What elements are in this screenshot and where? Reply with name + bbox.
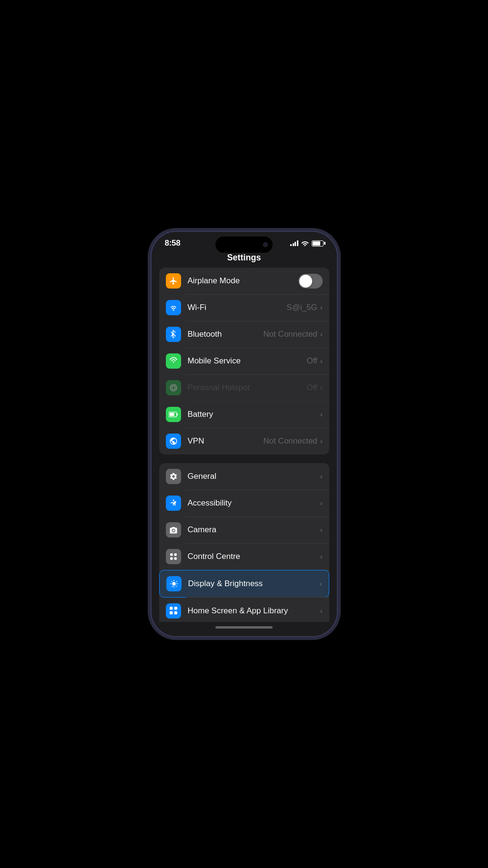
svg-point-3: [173, 500, 174, 501]
volume-down-button: [151, 356, 152, 384]
status-bar: 8:58: [152, 232, 337, 251]
mobile-service-row[interactable]: Mobile Service Off ›: [159, 348, 329, 374]
bluetooth-value: Not Connected: [263, 330, 317, 339]
display-brightness-label: Display & Brightness: [188, 579, 320, 589]
page-title: Settings: [152, 251, 337, 268]
mobile-service-label: Mobile Service: [188, 356, 307, 366]
svg-rect-9: [174, 607, 177, 610]
camera-label: Camera: [188, 525, 320, 535]
home-screen-chevron: ›: [320, 607, 323, 615]
svg-rect-4: [170, 553, 173, 556]
battery-label: Battery: [188, 410, 320, 419]
signal-icon: [290, 240, 298, 246]
status-time: 8:58: [165, 238, 181, 248]
svg-rect-1: [176, 413, 178, 415]
vpn-label: VPN: [188, 436, 264, 446]
battery-icon: [312, 240, 324, 247]
svg-rect-6: [170, 558, 173, 560]
silent-switch: [151, 294, 152, 310]
vpn-row[interactable]: VPN Not Connected ›: [159, 428, 329, 455]
battery-row[interactable]: Battery ›: [159, 401, 329, 428]
general-label: General: [188, 472, 320, 481]
bluetooth-row[interactable]: Bluetooth Not Connected ›: [159, 321, 329, 348]
personal-hotspot-row[interactable]: Personal Hotspot Off ›: [159, 374, 329, 401]
volume-up-button: [151, 320, 152, 349]
display-brightness-row[interactable]: Display & Brightness ›: [159, 570, 329, 598]
personal-hotspot-chevron: ›: [320, 384, 323, 392]
camera-settings-icon: [166, 522, 181, 537]
accessibility-label: Accessibility: [188, 498, 320, 508]
camera-row[interactable]: Camera ›: [159, 517, 329, 543]
display-brightness-icon: [166, 576, 182, 591]
phone-screen: 8:58: [152, 232, 337, 636]
accessibility-chevron: ›: [320, 499, 323, 507]
mobile-service-value: Off: [306, 356, 317, 366]
general-chevron: ›: [320, 473, 323, 480]
svg-rect-7: [174, 558, 176, 560]
wifi-label: Wi-Fi: [188, 303, 287, 312]
home-bar: [215, 626, 273, 629]
svg-rect-10: [170, 611, 173, 614]
network-settings-group: Airplane Mode Wi-Fi S@i_5G ›: [159, 268, 329, 455]
accessibility-icon: [166, 496, 181, 511]
home-screen-label: Home Screen & App Library: [188, 606, 320, 616]
camera-indicator: [263, 242, 268, 247]
bluetooth-icon: [166, 327, 181, 342]
toggle-knob: [299, 275, 312, 288]
battery-chevron: ›: [320, 411, 323, 418]
airplane-mode-icon: [166, 273, 181, 289]
control-centre-icon: [166, 549, 181, 564]
general-icon: [166, 469, 181, 484]
airplane-mode-toggle[interactable]: [298, 274, 323, 289]
home-screen-row[interactable]: Home Screen & App Library ›: [159, 598, 329, 622]
general-row[interactable]: General ›: [159, 463, 329, 490]
dynamic-island: [215, 237, 273, 253]
mobile-service-chevron: ›: [320, 357, 323, 365]
camera-chevron: ›: [320, 526, 323, 534]
personal-hotspot-value: Off: [306, 383, 317, 393]
wifi-settings-icon: [166, 300, 181, 315]
system-settings-group: General › Accessibility ›: [159, 463, 329, 622]
airplane-mode-row[interactable]: Airplane Mode: [159, 268, 329, 294]
control-centre-label: Control Centre: [188, 552, 320, 561]
wifi-row[interactable]: Wi-Fi S@i_5G ›: [159, 294, 329, 321]
power-button: [337, 320, 338, 363]
control-centre-row[interactable]: Control Centre ›: [159, 543, 329, 570]
vpn-value: Not Connected: [263, 436, 317, 446]
accessibility-row[interactable]: Accessibility ›: [159, 490, 329, 517]
phone-frame: 8:58: [151, 231, 338, 637]
battery-settings-icon: [166, 407, 181, 422]
vpn-chevron: ›: [320, 437, 323, 445]
svg-rect-5: [174, 553, 176, 556]
mobile-service-icon: [166, 353, 181, 369]
personal-hotspot-icon: [166, 380, 181, 395]
settings-scroll[interactable]: Airplane Mode Wi-Fi S@i_5G ›: [152, 268, 337, 622]
svg-rect-8: [170, 607, 173, 610]
wifi-icon: [301, 240, 309, 246]
wifi-chevron: ›: [320, 304, 323, 311]
control-centre-chevron: ›: [320, 553, 323, 560]
status-icons: [290, 240, 324, 247]
display-brightness-chevron: ›: [320, 580, 322, 588]
home-bar-area: [152, 622, 337, 636]
svg-rect-2: [169, 413, 174, 416]
vpn-icon: [166, 434, 181, 449]
personal-hotspot-label: Personal Hotspot: [188, 383, 307, 393]
svg-rect-11: [174, 611, 177, 614]
bluetooth-chevron: ›: [320, 331, 323, 338]
home-screen-icon: [166, 603, 181, 619]
bluetooth-label: Bluetooth: [188, 330, 264, 339]
airplane-mode-label: Airplane Mode: [188, 276, 298, 286]
wifi-value: S@i_5G: [286, 303, 317, 312]
